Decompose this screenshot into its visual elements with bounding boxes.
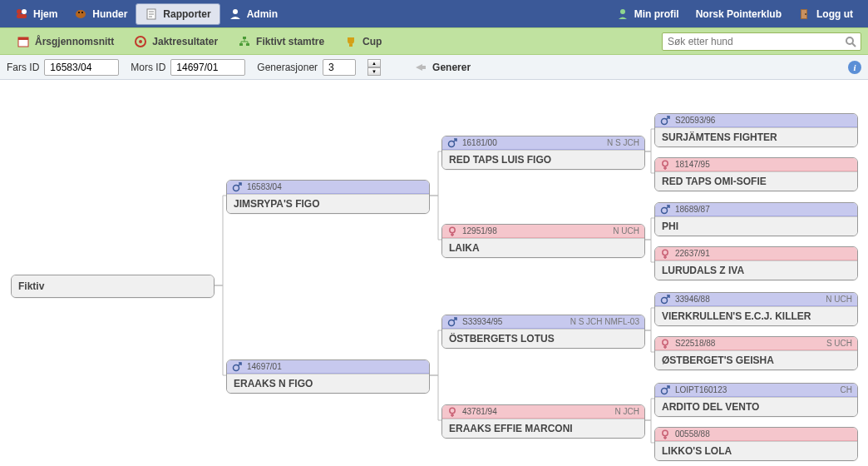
- female-icon: [660, 160, 670, 170]
- tree-node-g3[interactable]: S33934/95N S JCH NMFL-03 ÖSTBERGETS LOTU…: [441, 315, 645, 349]
- users-icon: [15, 7, 28, 21]
- tree-node-titles: N UCH: [613, 226, 639, 235]
- svg-point-31: [450, 227, 455, 232]
- tree-node-mother[interactable]: 14697/01 ERAAKS N FIGO: [226, 359, 430, 394]
- svg-point-11: [620, 9, 625, 14]
- svg-point-56: [663, 430, 668, 435]
- tree-node-gg3[interactable]: 18689/87 PHI: [654, 202, 858, 236]
- mother-id-input[interactable]: [170, 59, 245, 76]
- info-icon[interactable]: i: [848, 61, 861, 74]
- tree-node-name: ERAAKS N FIGO: [227, 374, 429, 393]
- svg-point-39: [662, 118, 668, 124]
- nav-club[interactable]: Norsk Pointerklub: [688, 5, 790, 23]
- nav-home[interactable]: Hjem: [7, 4, 66, 24]
- subnav-yearly[interactable]: Årsgjennomsnitt: [7, 32, 124, 52]
- subnav-cup[interactable]: Cup: [334, 32, 392, 52]
- father-id-label: Fars ID: [7, 62, 39, 73]
- tree-node-root-name: Fiktiv: [12, 275, 214, 297]
- tree-node-g1[interactable]: 16181/00N S JCH RED TAPS LUIS FIGO: [441, 136, 645, 170]
- search-wrap: [662, 32, 861, 51]
- subnav-yearly-label: Årsgjennomsnitt: [35, 36, 114, 47]
- tree-node-name: SURJÄMTENS FIGHTER: [655, 127, 857, 146]
- tree-node-name: ERAAKS EFFIE MARCONI: [442, 419, 644, 438]
- tree-node-titles: N JCH: [615, 407, 639, 416]
- tree-node-titles: N S JCH NMFL-03: [570, 317, 639, 326]
- nav-reports-label: Rapporter: [163, 8, 210, 20]
- dog-icon: [74, 7, 87, 21]
- search-icon[interactable]: [844, 35, 857, 48]
- svg-rect-21: [246, 43, 249, 46]
- nav-logout[interactable]: Logg ut: [790, 4, 861, 24]
- spinner-up-button[interactable]: ▲: [367, 59, 381, 67]
- nav-dogs[interactable]: Hunder: [66, 4, 136, 24]
- spinner-down-button[interactable]: ▼: [367, 67, 381, 76]
- admin-icon: [229, 7, 242, 21]
- door-icon: [798, 7, 811, 21]
- tree-node-id: S33934/95: [462, 317, 502, 326]
- tree-icon: [238, 35, 251, 48]
- tree-node-id: 14697/01: [247, 362, 282, 371]
- nav-club-label: Norsk Pointerklub: [696, 8, 782, 20]
- svg-point-4: [78, 12, 80, 13]
- male-icon: [447, 317, 457, 327]
- tree-node-gg5[interactable]: 33946/88N UCH VIERKRULLEN'S E.C.J. KILLE…: [654, 292, 858, 326]
- generations-input[interactable]: [323, 59, 356, 76]
- tree-node-gg6[interactable]: S22518/88S UCH ØSTBERGET'S GEISHA: [654, 336, 858, 370]
- svg-rect-16: [18, 37, 28, 40]
- tree-node-titles: CH: [841, 385, 852, 394]
- top-nav: Hjem Hunder Rapporter Admin Min profil N…: [0, 0, 868, 27]
- generations-label: Generasjoner: [257, 62, 318, 73]
- sub-nav: Årsgjennomsnitt Jaktresultater Fiktivt s…: [0, 27, 868, 55]
- nav-profile[interactable]: Min profil: [608, 4, 688, 24]
- generate-button[interactable]: Generer: [414, 61, 471, 74]
- subnav-hunt[interactable]: Jaktresultater: [124, 32, 228, 52]
- female-icon: [660, 429, 670, 439]
- nav-admin[interactable]: Admin: [220, 4, 286, 24]
- svg-point-23: [846, 37, 853, 44]
- svg-point-29: [449, 141, 455, 146]
- tree-node-root[interactable]: Fiktiv: [11, 275, 215, 298]
- nav-logout-label: Logg ut: [816, 8, 853, 20]
- tree-node-gg4[interactable]: 22637/91 LURUDALS Z IVA: [654, 246, 858, 280]
- tree-node-name: LAIKA: [442, 238, 644, 257]
- female-icon: [447, 407, 457, 417]
- search-input[interactable]: [662, 32, 861, 51]
- tree-node-name: RED TAPS OMI-SOFIE: [655, 171, 857, 191]
- svg-point-18: [139, 40, 142, 43]
- tree-node-gg2[interactable]: 18147/95 RED TAPS OMI-SOFIE: [654, 157, 858, 191]
- nav-home-label: Hjem: [33, 8, 57, 20]
- tree-node-id: 33946/88: [675, 295, 710, 304]
- tree-node-name: ARDITO DEL VENTO: [655, 397, 857, 416]
- cup-icon: [344, 35, 358, 48]
- nav-reports[interactable]: Rapporter: [136, 3, 219, 25]
- tree-node-id: 18147/95: [675, 160, 710, 169]
- female-icon: [660, 339, 670, 349]
- father-id-input[interactable]: [44, 59, 119, 76]
- tree-node-gg8[interactable]: 00558/88 LIKKO'S LOLA: [654, 427, 858, 461]
- tree-node-id: LOIPT160123: [675, 385, 727, 394]
- tree-node-father[interactable]: 16583/04 JIMSRYPA'S FIGO: [226, 180, 430, 214]
- svg-point-46: [663, 250, 668, 255]
- subnav-hunt-label: Jaktresultater: [152, 36, 218, 47]
- form-bar: Fars ID Mors ID Generasjoner ▲ ▼ Generer…: [0, 55, 868, 80]
- svg-point-41: [663, 161, 668, 166]
- svg-point-3: [76, 10, 86, 18]
- tree-node-gg7[interactable]: LOIPT160123CH ARDITO DEL VENTO: [654, 383, 858, 417]
- svg-point-10: [233, 9, 238, 14]
- subnav-fictive[interactable]: Fiktivt stamtre: [228, 32, 334, 52]
- generations-spinner: ▲ ▼: [367, 59, 381, 76]
- male-icon: [660, 116, 670, 126]
- svg-point-51: [663, 340, 668, 345]
- male-icon: [660, 295, 670, 305]
- tree-node-name: LURUDALS Z IVA: [655, 260, 857, 280]
- tree-node-gg1[interactable]: S20593/96 SURJÄMTENS FIGHTER: [654, 113, 858, 147]
- tree-node-name: ØSTBERGET'S GEISHA: [655, 350, 857, 369]
- svg-point-36: [450, 408, 455, 413]
- tree-node-id: 43781/94: [462, 407, 497, 416]
- svg-rect-20: [239, 43, 243, 46]
- tree-node-g4[interactable]: 43781/94N JCH ERAAKS EFFIE MARCONI: [441, 404, 645, 439]
- svg-point-25: [234, 185, 239, 191]
- tree-node-g2[interactable]: 12951/98N UCH LAIKA: [441, 224, 645, 258]
- svg-line-24: [852, 43, 856, 47]
- svg-point-14: [805, 13, 806, 15]
